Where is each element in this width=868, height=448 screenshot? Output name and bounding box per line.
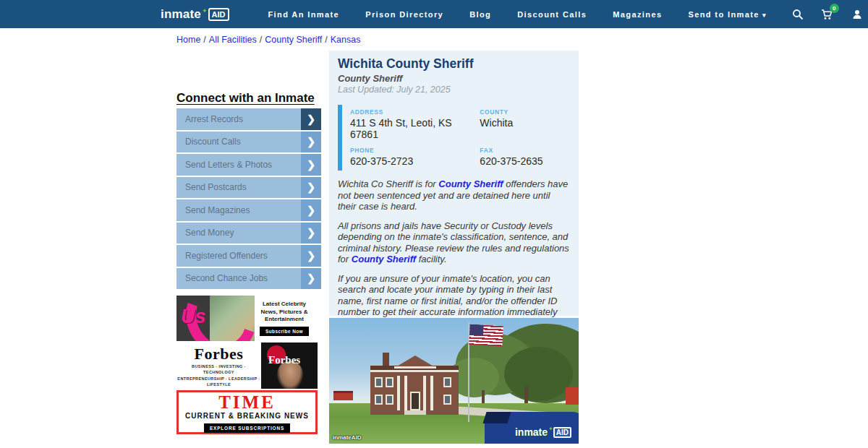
breadcrumb-separator: /	[325, 35, 327, 45]
column	[404, 376, 407, 410]
address-field: ADDRESS 411 S 4th St, Leoti, KS 67861	[350, 108, 480, 140]
nav-item-find-an-inmate[interactable]: Find An Inmate	[268, 10, 340, 19]
courthouse-door	[410, 392, 420, 410]
sidebar-item-discount-calls[interactable]: Discount Calls ❯	[176, 132, 321, 153]
column	[430, 376, 433, 410]
column	[397, 376, 400, 410]
window	[386, 395, 393, 405]
us-subscribe-button[interactable]: Subscribe Now	[260, 327, 309, 336]
paragraph-1: Wichita Co Sheriff is for County Sheriff…	[338, 178, 570, 212]
inmateaid-watermark-small: inmateAID	[333, 434, 362, 441]
chevron-right-icon: ❯	[301, 245, 321, 267]
forbes-magazine-cover: Forbes	[261, 343, 318, 389]
window	[375, 395, 383, 405]
courthouse-steps	[404, 410, 426, 415]
watermark-text-inmate: inmate	[515, 426, 548, 438]
user-icon[interactable]	[851, 8, 864, 21]
sidebar-item-send-postcards[interactable]: Send Postcards ❯	[176, 177, 321, 199]
fax-label: FAX	[480, 147, 570, 154]
logo-text-inmate: inmate	[161, 7, 201, 22]
ad-forbes[interactable]: Forbes BUSINESS · INVESTING · TECHNOLOGY…	[176, 343, 318, 389]
sidebar-item-send-letters-photos[interactable]: Send Letters & Photos ❯	[176, 154, 321, 176]
phone-value: 620-375-2723	[350, 155, 480, 167]
sidebar-item-label: Send Money	[176, 228, 234, 238]
chevron-right-icon: ❯	[301, 268, 321, 290]
chevron-right-icon: ❯	[301, 108, 321, 130]
paragraph-3-text: If you are unsure of your inmate's locat…	[338, 273, 557, 318]
ad-time[interactable]: TIME CURRENT & BREAKING NEWS EXPLORE SUB…	[176, 390, 318, 434]
sidebar-item-send-magazines[interactable]: Send Magazines ❯	[176, 199, 321, 221]
time-logo: TIME	[179, 393, 315, 411]
inmateaid-logo[interactable]: inmate✦AID	[161, 7, 229, 22]
ad-us-weekly-text: Latest Celebrity News, Pictures & Entert…	[257, 301, 312, 324]
nav-item-discount-calls[interactable]: Discount Calls	[517, 10, 587, 19]
cart-badge: 0	[830, 4, 839, 13]
facility-type: County Sheriff	[338, 73, 570, 84]
breadcrumb-home[interactable]: Home	[176, 35, 200, 45]
forbes-tagline-1: BUSINESS · INVESTING · TECHNOLOGY	[176, 363, 261, 376]
county-sheriff-link[interactable]: County Sheriff	[352, 254, 416, 264]
sidebar-item-label: Arrest Records	[176, 114, 243, 124]
forbes-logo: Forbes	[176, 345, 261, 363]
watermark-star-icon: ✦	[548, 426, 553, 432]
breadcrumb-separator: /	[203, 35, 205, 45]
send-to-inmate-label: Send to Inmate	[688, 10, 759, 19]
window	[443, 377, 451, 387]
breadcrumb-county-sheriff[interactable]: County Sheriff	[265, 35, 322, 45]
flag-canton	[469, 324, 484, 336]
chevron-down-icon: ▾	[762, 12, 767, 19]
sidebar-menu: Arrest Records ❯ Discount Calls ❯ Send L…	[176, 108, 321, 289]
us-flag	[469, 324, 503, 346]
paragraph-2-text: facility.	[416, 254, 446, 264]
chevron-right-icon: ❯	[301, 177, 321, 199]
county-label: COUNTY	[480, 108, 570, 116]
chevron-right-icon: ❯	[301, 132, 321, 153]
breadcrumb-kansas[interactable]: Kansas	[331, 35, 361, 45]
nav-item-magazines[interactable]: Magazines	[613, 10, 662, 19]
search-icon[interactable]	[791, 8, 804, 21]
courthouse-pediment	[396, 356, 435, 367]
sidebar-item-label: Send Postcards	[176, 182, 247, 192]
sidebar-item-send-money[interactable]: Send Money ❯	[176, 223, 321, 244]
last-updated: Last Updated: July 21, 2025	[338, 85, 570, 95]
nav-item-send-to-inmate[interactable]: Send to Inmate▾	[688, 10, 766, 19]
sidebar-item-label: Send Magazines	[176, 205, 250, 215]
chevron-right-icon: ❯	[301, 154, 321, 176]
sidebar-item-second-chance-jobs[interactable]: Second Chance Jobs ❯	[176, 268, 321, 290]
nav-item-blog[interactable]: Blog	[469, 10, 491, 19]
nav-menu: Find An Inmate Prison Directory Blog Dis…	[268, 10, 767, 19]
breadcrumb-all-facilities[interactable]: All Facilities	[209, 35, 257, 45]
forbes-cover-logo: Forbes	[268, 354, 300, 366]
truck-window	[482, 412, 511, 423]
chevron-right-icon: ❯	[301, 223, 321, 244]
facility-info-box: ADDRESS 411 S 4th St, Leoti, KS 67861 CO…	[338, 105, 570, 171]
column	[423, 376, 426, 410]
sidebar-item-registered-offenders[interactable]: Registered Offenders ❯	[176, 245, 321, 267]
time-tagline: CURRENT & BREAKING NEWS	[179, 412, 315, 420]
fax-value: 620-375-2635	[480, 155, 570, 167]
watermark-text-aid: AID	[553, 427, 571, 438]
logo-text-aid: AID	[208, 8, 229, 21]
inmateaid-watermark-large: inmate✦AID	[515, 426, 571, 438]
breadcrumb-separator: /	[260, 35, 262, 45]
sidebar-item-arrest-records[interactable]: Arrest Records ❯	[176, 108, 321, 130]
cart-icon[interactable]: 0	[821, 8, 834, 21]
breadcrumb: Home/All Facilities/County Sheriff/Kansa…	[176, 35, 360, 45]
window	[386, 377, 393, 387]
window	[443, 395, 451, 405]
address-value: 411 S 4th St, Leoti, KS 67861	[350, 117, 480, 140]
tree	[504, 347, 573, 401]
ad-us-weekly-image: Us	[176, 296, 255, 341]
time-explore-button[interactable]: EXPLORE SUBSCRIPTIONS	[204, 423, 290, 433]
county-sheriff-link[interactable]: County Sheriff	[438, 178, 503, 189]
red-building	[566, 387, 579, 405]
ad-us-weekly[interactable]: Us Latest Celebrity News, Pictures & Ent…	[176, 296, 314, 341]
facility-panel: Wichita County Sheriff County Sheriff La…	[329, 51, 579, 316]
courthouse-cornice	[370, 370, 459, 372]
phone-label: PHONE	[350, 147, 480, 154]
window	[375, 377, 383, 387]
sidebar-item-label: Discount Calls	[176, 137, 241, 147]
chevron-right-icon: ❯	[301, 199, 321, 221]
nav-item-prison-directory[interactable]: Prison Directory	[365, 10, 443, 19]
sidebar-heading: Connect with an Inmate	[176, 91, 315, 105]
